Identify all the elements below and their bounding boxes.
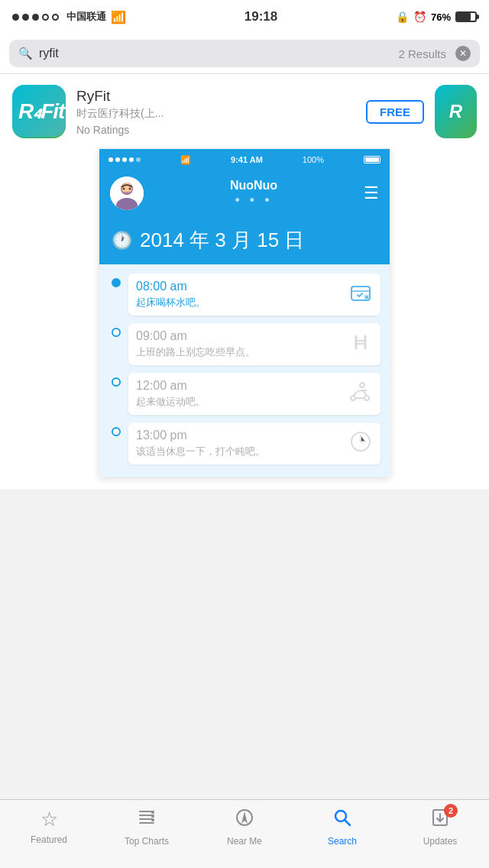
inner-menu-icon[interactable]: ☰: [364, 183, 379, 203]
inner-dot-4: [129, 157, 134, 162]
inner-username-container: NuoNuo • • •: [144, 179, 364, 209]
search-tab-label: Search: [328, 836, 357, 847]
lock-icon: 🔒: [396, 11, 409, 23]
timeline-dot-1: [112, 328, 121, 337]
near-me-icon: [235, 808, 254, 833]
inner-time: 9:41 AM: [231, 155, 263, 164]
status-left: 中国联通 📶: [12, 10, 126, 24]
timeline-card-3[interactable]: 13:00 pm 该适当休息一下，打个盹吧。: [128, 423, 381, 465]
app-developer: 时云医疗科技(上...: [76, 107, 355, 121]
timeline-item-3: 13:00 pm 该适当休息一下，打个盹吧。: [99, 423, 390, 468]
timeline-desc-1: 上班的路上别忘吃些早点。: [136, 345, 255, 359]
timeline-card-content-3: 13:00 pm 该适当休息一下，打个盹吧。: [136, 429, 265, 458]
top-charts-icon: [137, 808, 157, 833]
svg-rect-20: [151, 816, 154, 818]
tab-near-me[interactable]: Near Me: [196, 808, 293, 847]
timeline-item-0: 08:00 am 起床喝杯水吧。: [99, 274, 390, 323]
timeline-desc-2: 起来做运动吧。: [136, 395, 206, 409]
svg-rect-18: [139, 822, 154, 824]
top-charts-svg: [137, 808, 157, 828]
featured-label: Featured: [31, 834, 67, 845]
updates-badge-container: 2: [430, 808, 450, 833]
svg-point-10: [365, 296, 368, 299]
signal-dot-1: [12, 14, 19, 21]
inner-date-text: 2014 年 3 月 15 日: [140, 227, 304, 254]
timeline-time-3: 13:00 pm: [136, 429, 265, 442]
status-time: 19:18: [244, 9, 277, 24]
inner-clock-icon: 🕐: [112, 231, 132, 251]
app-free-button[interactable]: FREE: [366, 100, 424, 124]
wifi-icon: 📶: [111, 10, 126, 24]
inner-dot-3: [122, 157, 127, 162]
svg-point-12: [351, 396, 355, 400]
timeline-item-1: 09:00 am 上班的路上别忘吃些早点。: [99, 323, 390, 373]
svg-rect-17: [139, 818, 154, 820]
timeline-card-2[interactable]: 12:00 am 起来做运动吧。: [128, 373, 381, 415]
timeline-dot-3: [112, 427, 121, 436]
inner-battery-fill: [365, 157, 379, 162]
timeline-time-0: 08:00 am: [136, 280, 206, 293]
tab-featured[interactable]: ☆ Featured: [0, 808, 98, 845]
timeline-card-1[interactable]: 09:00 am 上班的路上别忘吃些早点。: [128, 323, 381, 365]
app-info: RyFit 时云医疗科技(上... No Ratings: [76, 88, 355, 136]
inner-username: NuoNuo: [144, 179, 364, 193]
signal-dots: [12, 14, 59, 21]
search-icon: 🔍: [18, 47, 33, 60]
app-result-card: R₄Fit RyFit 时云医疗科技(上... No Ratings FREE …: [0, 74, 489, 489]
search-bar[interactable]: 🔍 ryfit 2 Results ✕: [9, 40, 480, 67]
updates-label: Updates: [423, 836, 458, 847]
timeline-icon-1: [348, 330, 373, 359]
status-bar: 中国联通 📶 19:18 🔒 ⏰ 76%: [0, 0, 489, 34]
search-query[interactable]: ryfit: [39, 47, 392, 60]
inner-date-bar: 🕐 2014 年 3 月 15 日: [99, 219, 390, 264]
svg-text:R₄Fit: R₄Fit: [18, 99, 66, 123]
inner-status-bar: 📶 9:41 AM 100%: [99, 149, 390, 170]
search-clear-button[interactable]: ✕: [455, 46, 471, 61]
near-me-svg: [235, 808, 254, 828]
inner-app-screenshot: 📶 9:41 AM 100%: [99, 149, 390, 477]
battery-icon: [455, 11, 477, 22]
inner-battery: 100%: [303, 155, 324, 164]
app-name: RyFit: [76, 88, 355, 105]
timeline-time-2: 12:00 am: [136, 379, 206, 393]
signal-dot-2: [22, 14, 29, 21]
svg-rect-21: [151, 820, 154, 821]
inner-header: NuoNuo • • • ☰: [99, 170, 390, 219]
search-results-count: 2 Results: [398, 47, 446, 60]
app-header-row: R₄Fit RyFit 时云医疗科技(上... No Ratings FREE …: [0, 74, 489, 149]
main-content: R₄Fit RyFit 时云医疗科技(上... No Ratings FREE …: [0, 74, 489, 563]
updates-badge: 2: [444, 804, 458, 818]
timeline-desc-0: 起床喝杯水吧。: [136, 296, 206, 309]
second-app-icon-partial: R: [435, 85, 477, 138]
tab-search[interactable]: Search: [293, 808, 391, 847]
timeline-dot-col-3: [112, 423, 121, 436]
timeline-desc-3: 该适当休息一下，打个盹吧。: [136, 445, 265, 458]
featured-icon: ☆: [40, 808, 58, 831]
svg-point-13: [364, 396, 369, 400]
timeline-icon-3: [348, 429, 373, 458]
inner-signal-dots: [108, 157, 141, 162]
inner-avatar: [110, 177, 144, 210]
timeline-time-1: 09:00 am: [136, 329, 255, 343]
app-icon[interactable]: R₄Fit: [12, 85, 66, 138]
signal-dot-4: [42, 14, 49, 21]
svg-rect-16: [139, 815, 154, 816]
search-tab-icon: [332, 808, 352, 833]
timeline-card-0[interactable]: 08:00 am 起床喝杯水吧。: [128, 274, 381, 316]
tab-top-charts[interactable]: Top Charts: [98, 808, 196, 847]
timeline-card-content-0: 08:00 am 起床喝杯水吧。: [136, 280, 206, 309]
inner-dot-2: [115, 157, 120, 162]
timeline-card-content-1: 09:00 am 上班的路上别忘吃些早点。: [136, 329, 255, 359]
timeline-icon-2: [345, 380, 373, 409]
inner-dot-5: [136, 157, 141, 162]
timeline-icon-0: [348, 280, 373, 309]
signal-dot-3: [32, 14, 39, 21]
tab-updates[interactable]: 2 Updates: [391, 808, 489, 847]
svg-point-6: [123, 188, 125, 190]
timeline-dot-col-0: [112, 274, 121, 287]
app-icon-svg: R₄Fit: [12, 85, 66, 137]
svg-marker-23: [241, 811, 248, 824]
battery-percent: 76%: [431, 11, 451, 23]
svg-rect-19: [151, 812, 154, 814]
timeline-card-content-2: 12:00 am 起来做运动吧。: [136, 379, 206, 409]
